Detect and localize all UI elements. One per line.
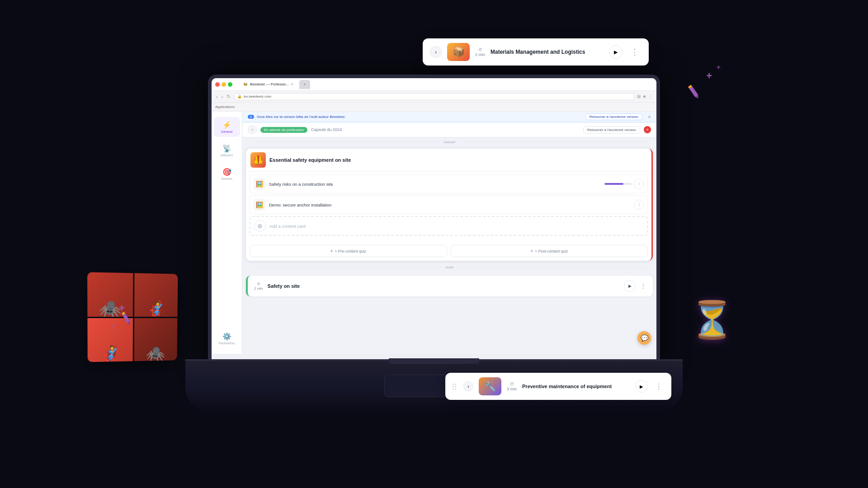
lesson-icon-1: 🖼️ bbox=[254, 178, 265, 190]
pre-content-quiz-btn[interactable]: + + Pre-content quiz bbox=[250, 245, 447, 257]
chat-button[interactable]: 💬 bbox=[637, 331, 651, 345]
preventive-expand-btn[interactable]: › bbox=[463, 381, 473, 391]
bookmarks-bar: Applications bbox=[212, 103, 656, 112]
deco-plus-small-top-right: + bbox=[717, 63, 721, 71]
content-scroll-area: Gabarit 🦺 Essential safety equipment on … bbox=[242, 137, 656, 352]
traffic-lights bbox=[215, 82, 232, 87]
toolbar-back-btn[interactable]: ‹ bbox=[248, 125, 257, 134]
safety-on-site-title: Safety on site bbox=[268, 283, 619, 289]
post-content-quiz-btn[interactable]: + + Post-content quiz bbox=[451, 245, 648, 257]
general-icon: ⚡ bbox=[222, 121, 231, 129]
section-divider-top: Gabarit bbox=[242, 137, 656, 147]
safety-module-time: ⏱ 2 min bbox=[254, 282, 263, 291]
maximize-window-btn[interactable] bbox=[228, 82, 232, 87]
page-toolbar: ‹ En attente de publication Capsule du 2… bbox=[242, 122, 656, 137]
lesson-title-1: Safety risks on a construction site bbox=[269, 182, 601, 187]
sidebar-item-diffusion[interactable]: 📡 Diffusion bbox=[214, 141, 240, 160]
materials-thumbnail: 📦 bbox=[447, 43, 470, 61]
preventive-title: Preventive maintenance of equipment bbox=[522, 384, 630, 389]
lesson-progress-bar-1 bbox=[604, 183, 632, 185]
lesson-more-btn-2[interactable]: ⋮ bbox=[634, 200, 644, 210]
pre-quiz-label: + Pre-content quiz bbox=[335, 249, 366, 253]
browser-back-btn[interactable]: ‹ bbox=[215, 93, 219, 100]
session-icon: 🎯 bbox=[222, 168, 231, 176]
collage-cell-2: 🦸 bbox=[134, 273, 178, 317]
bottom-spacer bbox=[242, 300, 656, 323]
sidebar-item-parametres[interactable]: ⚙️ Paramètres bbox=[214, 328, 240, 348]
preventive-thumbnail: 🔧 bbox=[479, 377, 501, 395]
browser-tab-new[interactable]: + bbox=[299, 80, 311, 89]
sidebar-label-diffusion: Diffusion bbox=[221, 154, 233, 157]
lesson-row-demo-anchor[interactable]: 🖼️ Demo: secure anchor installation ⋮ bbox=[250, 195, 648, 214]
lesson-icon-2: 🖼️ bbox=[254, 199, 265, 211]
return-to-old-version-btn[interactable]: Retourner à l'ancienne version bbox=[585, 113, 642, 120]
lesson-title-2: Demo: secure anchor installation bbox=[269, 202, 630, 207]
safety-more-btn[interactable]: ⋮ bbox=[640, 282, 646, 290]
materials-time-value: 2 min bbox=[475, 52, 485, 57]
laptop-hinge bbox=[389, 358, 479, 364]
return-btn[interactable]: Retourner à l'ancienne version bbox=[583, 126, 640, 134]
post-quiz-label: + Post-content quiz bbox=[535, 249, 568, 253]
close-window-btn[interactable] bbox=[215, 82, 220, 87]
beta-close-btn[interactable]: × bbox=[648, 114, 651, 120]
laptop-shell: 🐝 Beedeeiz — Professio... × + ‹ › ↻ 🔒 bo… bbox=[185, 75, 683, 413]
materials-clock-icon: ⏱ bbox=[478, 47, 482, 52]
essential-safety-header: 🦺 Essential safety equipment on site bbox=[246, 149, 651, 172]
materials-title: Materials Management and Logistics bbox=[491, 49, 604, 55]
add-content-label: Add a content card bbox=[269, 224, 306, 229]
add-content-icon: ⊕ bbox=[254, 220, 266, 232]
lesson-right-2: ⋮ bbox=[634, 200, 644, 210]
bookmark-applications[interactable]: Applications bbox=[215, 105, 235, 109]
preventive-play-btn[interactable]: ▶ bbox=[635, 380, 648, 393]
diffusion-icon: 📡 bbox=[222, 144, 231, 153]
collage-cell-4: 🕷️ bbox=[134, 318, 177, 361]
chat-icon: 💬 bbox=[641, 334, 648, 342]
browser-icon-1[interactable]: ⊞ bbox=[637, 94, 641, 99]
minimize-window-btn[interactable] bbox=[222, 82, 226, 87]
tab-title-active: Beedeeiz — Professio... bbox=[250, 82, 289, 86]
preventive-more-btn[interactable]: ⋮ bbox=[653, 381, 664, 392]
parametres-icon: ⚙️ bbox=[222, 332, 231, 341]
deco-plus-small-left: + bbox=[111, 322, 115, 330]
screen-inner: 🐝 Beedeeiz — Professio... × + ‹ › ↻ 🔒 bo… bbox=[212, 78, 656, 365]
floating-preventive-card: › 🔧 ⏱ 3 min Preventive maintenance of eq… bbox=[445, 373, 671, 400]
browser-icon-3[interactable]: ⋮ bbox=[648, 94, 653, 99]
sidebar-item-session[interactable]: 🎯 Session bbox=[214, 164, 240, 184]
browser-reload-btn[interactable]: ↻ bbox=[226, 93, 231, 100]
close-toolbar-btn[interactable]: × bbox=[644, 126, 651, 133]
materials-time: ⏱ 2 min bbox=[475, 47, 485, 57]
lesson-right-1: ⋮ bbox=[604, 179, 644, 189]
sidebar-item-general[interactable]: ⚡ Général bbox=[214, 117, 240, 137]
browser-toolbar-icons: ⊞ ★ ⋮ bbox=[637, 94, 653, 99]
deco-hourglass: ⏳ bbox=[689, 299, 735, 341]
essential-safety-module: 🦺 Essential safety equipment on site 🖼️ … bbox=[246, 149, 653, 261]
beta-badge: β bbox=[248, 115, 254, 119]
floating-materials-card: › 📦 ⏱ 2 min Materials Management and Log… bbox=[423, 38, 649, 66]
browser-icon-2[interactable]: ★ bbox=[642, 94, 646, 99]
lesson-row-safety-risks[interactable]: 🖼️ Safety risks on a construction site ⋮ bbox=[250, 174, 648, 193]
beta-text: Vous êtes sur la version bêta de l'outil… bbox=[257, 115, 346, 119]
preventive-drag-handle[interactable] bbox=[453, 384, 456, 389]
app-sidebar: ⚡ Général 📡 Diffusion 🎯 Session ⚙️ Pa bbox=[212, 112, 242, 354]
tab-favicon: 🐝 bbox=[243, 82, 248, 86]
sidebar-label-parametres: Paramètres bbox=[218, 342, 235, 345]
materials-play-btn[interactable]: ▶ bbox=[609, 45, 623, 59]
add-content-card-row[interactable]: ⊕ Add a content card bbox=[250, 216, 648, 236]
browser-nav-buttons: ‹ › ↻ bbox=[215, 93, 231, 100]
plus-icon-pre: + bbox=[330, 249, 333, 253]
browser-forward-btn[interactable]: › bbox=[221, 93, 224, 100]
essential-safety-title: Essential safety equipment on site bbox=[269, 157, 647, 163]
browser-address-input[interactable]: 🔒 bo.beedeeiz.com bbox=[234, 93, 634, 100]
publication-status-badge: En attente de publication bbox=[260, 127, 307, 133]
app-main: β Vous êtes sur la version bêta de l'out… bbox=[242, 112, 656, 354]
materials-expand-btn[interactable]: › bbox=[430, 46, 442, 58]
preventive-clock-icon: ⏱ bbox=[510, 382, 514, 386]
safety-play-btn[interactable]: ▶ bbox=[624, 280, 636, 292]
tab-close-btn[interactable]: × bbox=[291, 82, 293, 86]
capsule-info-text: Capsule du 2024 bbox=[311, 127, 443, 132]
materials-more-btn[interactable]: ⋮ bbox=[628, 46, 642, 58]
app-layout: ⚡ Général 📡 Diffusion 🎯 Session ⚙️ Pa bbox=[212, 112, 656, 354]
beta-banner: β Vous êtes sur la version bêta de l'out… bbox=[242, 112, 656, 122]
browser-tab-active[interactable]: 🐝 Beedeeiz — Professio... × bbox=[239, 80, 298, 89]
lesson-more-btn-1[interactable]: ⋮ bbox=[634, 179, 644, 189]
